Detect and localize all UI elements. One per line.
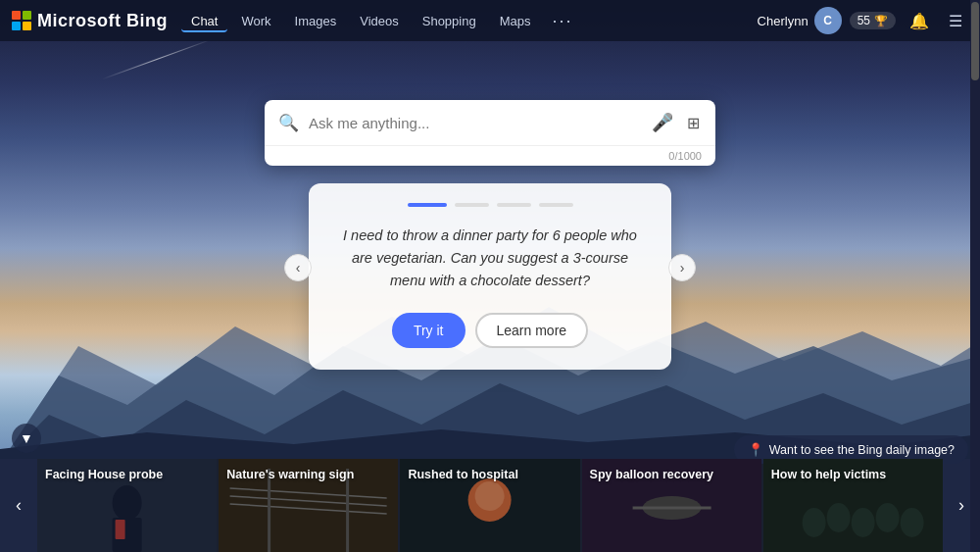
card-prev-button[interactable]: ‹ <box>284 254 312 281</box>
news-prev-button[interactable]: ‹ <box>0 459 37 552</box>
news-cards: Facing House probe Nature's wa <box>37 459 943 552</box>
card-buttons: Try it Learn more <box>338 313 642 348</box>
news-row: ‹ Facing House probe <box>0 459 980 552</box>
main-content: 🔍 🎤 ⊞ 0/1000 ‹ I need to throw <box>0 41 980 370</box>
search-bar: 🔍 🎤 ⊞ <box>265 100 715 145</box>
news-card-5[interactable]: How to help victims <box>763 459 943 552</box>
microphone-button[interactable]: 🎤 <box>650 110 675 135</box>
search-icon: 🔍 <box>278 113 299 133</box>
search-container: 🔍 🎤 ⊞ 0/1000 <box>265 100 715 166</box>
nav-chat[interactable]: Chat <box>181 10 227 32</box>
news-title-4: Spy balloon recovery <box>590 467 754 482</box>
nav-right: Cherlynn C 55 🏆 🔔 ☰ <box>758 7 968 34</box>
logo-text: Microsoft Bing <box>37 11 168 31</box>
hamburger-icon: ☰ <box>949 13 962 29</box>
nav-images[interactable]: Images <box>285 10 347 32</box>
card-wrapper: ‹ I need to throw a dinner party for 6 p… <box>284 166 696 370</box>
points-badge[interactable]: 55 🏆 <box>850 12 896 29</box>
nav-videos[interactable]: Videos <box>350 10 409 32</box>
dot-4 <box>539 203 573 207</box>
chevron-right-icon: › <box>680 260 685 276</box>
chevron-down-icon: ▼ <box>20 430 33 446</box>
nav-work[interactable]: Work <box>231 10 280 32</box>
news-card-4[interactable]: Spy balloon recovery <box>582 459 761 552</box>
bell-icon: 🔔 <box>909 13 929 29</box>
location-pin-icon: 📍 <box>748 442 763 457</box>
scrollbar[interactable] <box>970 0 980 552</box>
notifications-button[interactable]: 🔔 <box>904 8 935 34</box>
suggestion-text: I need to throw a dinner party for 6 peo… <box>338 225 642 293</box>
avatar: C <box>814 7 842 34</box>
search-input[interactable] <box>309 115 640 131</box>
news-next-icon: › <box>958 495 964 516</box>
try-it-button[interactable]: Try it <box>392 313 466 348</box>
user-name: Cherlynn <box>758 14 808 28</box>
dot-2 <box>455 203 489 207</box>
progress-dots <box>338 203 642 207</box>
news-card-2[interactable]: Nature's warning sign <box>219 459 398 552</box>
mic-icon: 🎤 <box>652 112 673 133</box>
nav-maps[interactable]: Maps <box>490 10 541 32</box>
suggestion-card: I need to throw a dinner party for 6 peo… <box>309 183 671 370</box>
points-value: 55 <box>858 14 870 27</box>
menu-button[interactable]: ☰ <box>943 8 968 34</box>
chevron-left-icon: ‹ <box>296 260 301 276</box>
news-title-2: Nature's warning sign <box>226 467 390 482</box>
microsoft-logo <box>12 11 31 30</box>
nav-shopping[interactable]: Shopping <box>413 10 486 32</box>
news-card-1[interactable]: Facing House probe <box>37 459 217 552</box>
crown-icon: 🏆 <box>874 15 888 27</box>
dot-3 <box>497 203 531 207</box>
news-title-1: Facing House probe <box>45 467 209 482</box>
navbar: Microsoft Bing Chat Work Images Videos S… <box>0 0 980 41</box>
nav-more[interactable]: ··· <box>544 7 580 35</box>
learn-more-button[interactable]: Learn more <box>475 313 589 348</box>
bing-image-text: Want to see the Bing daily image? <box>769 443 955 457</box>
scrollbar-thumb[interactable] <box>971 2 979 80</box>
card-next-button[interactable]: › <box>668 254 696 281</box>
dot-1 <box>408 203 447 207</box>
news-card-3[interactable]: Rushed to hospital <box>400 459 579 552</box>
news-title-3: Rushed to hospital <box>408 467 571 482</box>
news-title-5: How to help victims <box>771 467 935 482</box>
news-prev-icon: ‹ <box>16 495 22 516</box>
collapse-button[interactable]: ▼ <box>12 424 41 453</box>
camera-search-button[interactable]: ⊞ <box>685 112 702 134</box>
char-count: 0/1000 <box>668 150 702 162</box>
camera-icon: ⊞ <box>687 114 700 132</box>
search-footer: 0/1000 <box>265 145 715 166</box>
bottom-area: ▼ 📍 Want to see the Bing daily image? ‹ <box>0 418 980 552</box>
logo-area[interactable]: Microsoft Bing <box>12 11 168 31</box>
user-area[interactable]: Cherlynn C <box>758 7 842 34</box>
